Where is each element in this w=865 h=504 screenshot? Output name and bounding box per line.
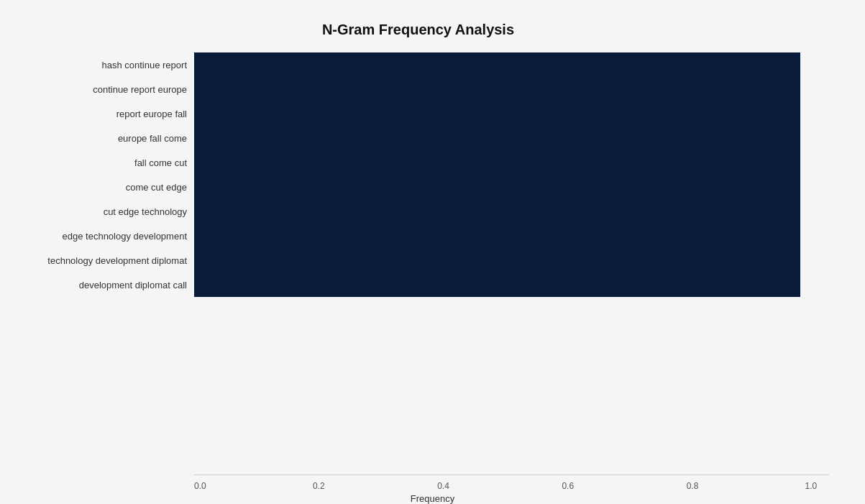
- bar-fill: [194, 150, 800, 175]
- bar-bg: [194, 224, 800, 248]
- bar-label: continue report europe: [0, 84, 187, 95]
- bar-fill: [194, 52, 800, 77]
- bar-fill: [194, 77, 800, 101]
- bar-fill: [194, 199, 800, 224]
- x-tick-label: 0.8: [687, 481, 699, 491]
- x-tick-label: 0.6: [562, 481, 574, 491]
- bar-row: cut edge technology: [194, 199, 800, 224]
- chart-title: N-Gram Frequency Analysis: [0, 14, 836, 38]
- bar-label: edge technology development: [0, 231, 187, 242]
- bar-row: technology development diplomat: [194, 248, 800, 272]
- bar-fill: [194, 126, 800, 150]
- bars-wrapper: hash continue reportcontinue report euro…: [0, 52, 836, 297]
- x-tick-label: 1.0: [805, 481, 818, 491]
- bar-row: come cut edge: [194, 175, 800, 199]
- bar-label: come cut edge: [0, 182, 187, 193]
- x-tick-label: 0.2: [313, 481, 325, 491]
- bar-fill: [194, 272, 800, 297]
- x-axis-title: Frequency: [0, 493, 865, 504]
- bar-bg: [194, 150, 800, 175]
- bars-section: hash continue reportcontinue report euro…: [0, 52, 836, 297]
- bar-row: europe fall come: [194, 126, 800, 150]
- bar-label: fall come cut: [0, 157, 187, 168]
- bar-label: technology development diplomat: [0, 255, 187, 266]
- bar-bg: [194, 101, 800, 126]
- bar-row: development diplomat call: [194, 272, 800, 297]
- bar-bg: [194, 77, 800, 101]
- bar-label: development diplomat call: [0, 280, 187, 290]
- bar-bg: [194, 272, 800, 297]
- bar-label: hash continue report: [0, 60, 187, 70]
- bar-row: edge technology development: [194, 224, 800, 248]
- x-axis-labels: 0.00.20.40.60.81.0: [194, 481, 829, 491]
- bar-label: europe fall come: [0, 133, 187, 144]
- bar-fill: [194, 175, 800, 199]
- bar-fill: [194, 101, 800, 126]
- bar-row: report europe fall: [194, 101, 800, 126]
- bar-bg: [194, 199, 800, 224]
- bar-fill: [194, 248, 800, 272]
- bar-row: continue report europe: [194, 77, 800, 101]
- x-tick-label: 0.0: [194, 481, 206, 491]
- bar-bg: [194, 248, 800, 272]
- bar-row: fall come cut: [194, 150, 800, 175]
- x-axis: [194, 475, 829, 475]
- x-tick-label: 0.4: [437, 481, 449, 491]
- bar-bg: [194, 52, 800, 77]
- bar-bg: [194, 175, 800, 199]
- bar-bg: [194, 126, 800, 150]
- bar-label: cut edge technology: [0, 206, 187, 217]
- bar-fill: [194, 224, 800, 248]
- bar-row: hash continue report: [194, 52, 800, 77]
- chart-container: N-Gram Frequency Analysis hash continue …: [0, 0, 865, 504]
- bar-label: report europe fall: [0, 109, 187, 119]
